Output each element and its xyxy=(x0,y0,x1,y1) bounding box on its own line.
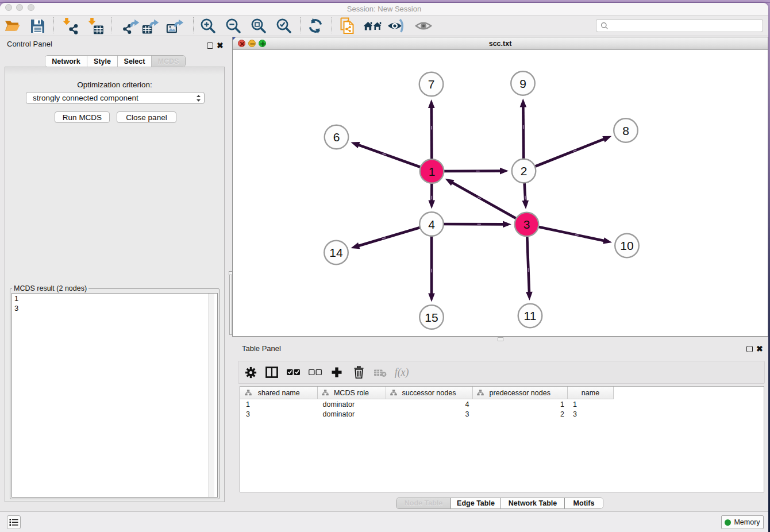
mcds-result-scrollbar[interactable] xyxy=(208,294,214,497)
search-icon xyxy=(600,22,609,30)
table-cell[interactable]: 2 xyxy=(473,410,568,419)
table-panel-float-icon[interactable] xyxy=(746,346,753,352)
node-label-3: 3 xyxy=(523,218,530,231)
run-mcds-button[interactable]: Run MCDS xyxy=(55,111,110,123)
column-header-predecessor-nodes[interactable]: predecessor nodes xyxy=(473,387,568,399)
edge-arrow-4-14 xyxy=(351,242,360,249)
edge-3-1[interactable] xyxy=(452,182,527,224)
edge-arrow-2-3 xyxy=(522,200,529,209)
show-columns-icon[interactable] xyxy=(263,363,281,381)
select-all-columns-icon[interactable] xyxy=(284,363,302,381)
control-panel-float-icon[interactable] xyxy=(207,43,213,49)
column-header-label: shared name xyxy=(258,389,300,397)
table-tab-node-table[interactable]: Node Table xyxy=(396,498,451,508)
home-views-icon[interactable] xyxy=(363,16,383,36)
edge-2-8[interactable] xyxy=(524,138,605,171)
table-tab-network-table[interactable]: Network Table xyxy=(501,498,565,508)
mcds-result-line: 3 xyxy=(12,303,217,313)
table-cell[interactable]: 1 xyxy=(473,400,568,409)
zoom-selected-icon[interactable] xyxy=(274,16,294,36)
main-toolbar xyxy=(0,16,768,36)
save-session-icon[interactable] xyxy=(28,16,47,36)
table-header: shared nameMCDS rolesuccessor nodesprede… xyxy=(240,387,614,399)
node-table: shared nameMCDS rolesuccessor nodesprede… xyxy=(240,386,764,492)
node-label-14: 14 xyxy=(329,246,343,259)
node-label-1: 1 xyxy=(429,164,436,178)
optimization-criterion-select[interactable]: strongly connected component xyxy=(26,92,205,104)
mcds-result-title: MCDS result (2 nodes) xyxy=(12,284,88,292)
memory-button[interactable]: Memory xyxy=(721,515,764,529)
refresh-layout-icon[interactable] xyxy=(306,16,325,36)
frame-corner-decoration xyxy=(233,37,236,40)
edge-label-2-3 xyxy=(525,195,526,199)
delete-columns-icon[interactable] xyxy=(349,363,368,381)
column-header-MCDS-role[interactable]: MCDS role xyxy=(318,387,386,399)
search-field[interactable] xyxy=(596,19,763,32)
control-panel-tab-mcds[interactable]: MCDS xyxy=(152,56,185,67)
export-table-icon[interactable] xyxy=(141,16,160,36)
memory-status-icon xyxy=(725,519,731,526)
zoom-fit-icon[interactable] xyxy=(249,16,268,36)
edge-arrow-2-9 xyxy=(520,98,527,107)
column-header-shared-name[interactable]: shared name xyxy=(241,387,318,399)
node-label-6: 6 xyxy=(333,130,340,144)
mcds-result-textarea[interactable]: 13 xyxy=(11,293,218,498)
node-label-9: 9 xyxy=(519,76,526,90)
table-cell[interactable]: 1 xyxy=(568,400,614,409)
table-tab-motifs[interactable]: Motifs xyxy=(565,498,603,508)
hide-selected-icon[interactable] xyxy=(387,16,407,36)
table-cell[interactable]: 3 xyxy=(241,410,318,419)
network-view-window: scc.txt 1234678910111415 xyxy=(232,37,768,337)
edge-arrow-3-1 xyxy=(445,178,455,185)
node-label-4: 4 xyxy=(428,217,435,230)
column-header-name[interactable]: name xyxy=(568,387,614,399)
close-panel-button[interactable]: Close panel xyxy=(117,111,176,123)
zoom-in-icon[interactable] xyxy=(198,16,218,36)
table-cell[interactable]: 4 xyxy=(386,400,473,409)
control-panel-tab-network[interactable]: Network xyxy=(45,56,87,67)
node-label-7: 7 xyxy=(428,78,435,91)
titlebar: Session: New Session xyxy=(0,3,768,16)
column-type-icon xyxy=(322,390,329,398)
node-label-2: 2 xyxy=(521,164,528,178)
show-all-icon[interactable] xyxy=(414,16,433,36)
network-window-title: scc.txt xyxy=(233,40,768,48)
table-cell[interactable]: 3 xyxy=(386,410,473,419)
search-input[interactable] xyxy=(609,22,763,30)
clone-network-icon[interactable] xyxy=(338,16,357,36)
table-panel-close-icon[interactable]: ✖ xyxy=(756,345,763,352)
column-header-successor-nodes[interactable]: successor nodes xyxy=(386,387,473,399)
import-table-icon[interactable] xyxy=(86,16,105,36)
edge-label-1-4 xyxy=(431,195,432,199)
edge-arrow-1-7 xyxy=(428,99,435,107)
desktop: Session: New Session Control Panel ✖ Net… xyxy=(0,0,770,532)
open-session-icon[interactable] xyxy=(3,16,22,36)
table-cell[interactable]: 3 xyxy=(568,410,614,419)
table-cell[interactable]: dominator xyxy=(318,410,386,419)
edge-label-4-3 xyxy=(478,223,481,225)
column-header-label: name xyxy=(582,389,599,397)
table-tab-edge-table[interactable]: Edge Table xyxy=(451,498,501,508)
export-image-icon[interactable] xyxy=(165,16,185,36)
mcds-panel: Optimization criterion: strongly connect… xyxy=(5,67,225,502)
table-options-icon[interactable] xyxy=(241,363,260,381)
edges-layer xyxy=(351,98,612,302)
svg-text:f(x): f(x) xyxy=(395,367,409,379)
table-cell[interactable]: 1 xyxy=(241,400,318,409)
table-cell[interactable]: dominator xyxy=(318,400,386,409)
export-network-icon[interactable] xyxy=(121,16,141,36)
node-label-15: 15 xyxy=(425,310,438,323)
horizontal-splitter-grip[interactable] xyxy=(498,337,503,341)
unselect-all-columns-icon[interactable] xyxy=(306,363,324,381)
task-history-button[interactable] xyxy=(7,515,21,529)
network-canvas[interactable]: 1234678910111415 xyxy=(233,50,768,337)
create-column-icon[interactable] xyxy=(328,363,346,381)
zoom-out-icon[interactable] xyxy=(224,16,243,36)
control-panel-close-icon[interactable]: ✖ xyxy=(217,42,224,49)
control-panel-tab-style[interactable]: Style xyxy=(87,56,118,67)
control-panel-tab-select[interactable]: Select xyxy=(118,56,152,67)
network-window-titlebar[interactable]: scc.txt xyxy=(233,37,768,50)
import-network-icon[interactable] xyxy=(60,16,80,36)
edge-label-2-9 xyxy=(523,125,524,129)
edge-label-4-15 xyxy=(431,268,432,272)
